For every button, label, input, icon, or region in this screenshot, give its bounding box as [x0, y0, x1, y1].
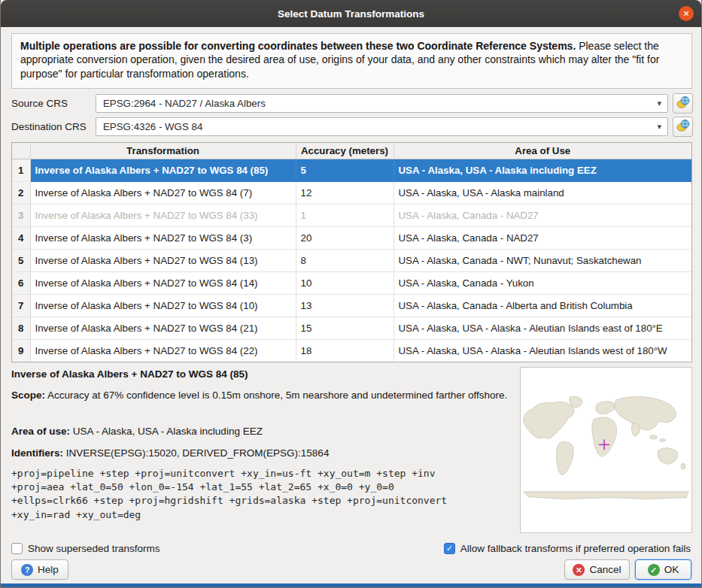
destination-crs-row: Destination CRS EPSG:4326 - WGS 84 ▾ [1, 117, 701, 137]
source-crs-combo[interactable]: EPSG:2964 - NAD27 / Alaska Albers ▾ [96, 94, 668, 113]
proj-pipeline-string: +proj=pipeline +step +proj=unitconvert +… [11, 467, 514, 522]
identifiers-label: Identifiers: [11, 447, 63, 459]
row-number: 3 [12, 204, 30, 226]
allow-fallback-checkbox-row[interactable]: ✓ Allow fallback transforms if preferred… [444, 541, 691, 555]
cell-accuracy: 8 [296, 249, 394, 271]
table-row[interactable]: 1 Inverse of Alaska Albers + NAD27 to WG… [12, 159, 691, 181]
ok-button-label: OK [664, 564, 679, 575]
crs-projection-icon [676, 95, 690, 112]
close-icon: ✕ [682, 9, 689, 19]
cell-transformation: Inverse of Alaska Albers + NAD27 to WGS … [30, 317, 296, 339]
cell-accuracy: 13 [296, 294, 394, 317]
chevron-down-icon: ▾ [657, 95, 661, 112]
destination-crs-label: Destination CRS [11, 117, 87, 137]
cell-accuracy: 18 [296, 339, 394, 362]
cell-area: USA - Alaska, Canada - NAD27 [394, 204, 691, 226]
cell-transformation: Inverse of Alaska Albers + NAD27 to WGS … [30, 159, 296, 181]
identifiers-text: INVERSE(EPSG):15020, DERIVED_FROM(EPSG):… [63, 447, 329, 459]
cancel-button[interactable]: ✕ Cancel [564, 559, 630, 580]
row-number: 1 [12, 159, 30, 181]
cell-area: USA - Alaska, USA - Alaska including EEZ [394, 159, 691, 181]
cell-area: USA - Alaska, USA - Alaska mainland [394, 181, 691, 204]
table-row[interactable]: 7 Inverse of Alaska Albers + NAD27 to WG… [12, 294, 691, 317]
cell-area: USA - Alaska, USA - Alaska - Aleutian Is… [394, 317, 691, 339]
table-row[interactable]: 8 Inverse of Alaska Albers + NAD27 to WG… [12, 317, 691, 339]
cell-area: USA - Alaska, Canada - NWT; Nunavut; Sas… [394, 249, 691, 271]
row-number: 8 [12, 317, 30, 339]
row-number: 2 [12, 181, 30, 204]
allow-fallback-label: Allow fallback transforms if preferred o… [460, 543, 691, 554]
cell-transformation: Inverse of Alaska Albers + NAD27 to WGS … [30, 339, 296, 362]
table-row[interactable]: 4 Inverse of Alaska Albers + NAD27 to WG… [12, 226, 691, 249]
titlebar[interactable]: Select Datum Transformations ✕ [1, 0, 701, 27]
area-of-use-text: USA - Alaska, USA - Alaska including EEZ [70, 426, 263, 437]
destination-crs-combo[interactable]: EPSG:4326 - WGS 84 ▾ [96, 117, 668, 136]
description-box: Multiple operations are possible for con… [11, 33, 692, 89]
check-icon: ✓ [446, 544, 453, 553]
show-superseded-label: Show superseded transforms [28, 543, 160, 554]
table-row[interactable]: 5 Inverse of Alaska Albers + NAD27 to WG… [12, 249, 691, 271]
transform-table-body: 1 Inverse of Alaska Albers + NAD27 to WG… [12, 159, 691, 362]
help-button[interactable]: ? Help [11, 559, 68, 580]
details-area-of-use: Area of use: USA - Alaska, USA - Alaska … [11, 425, 514, 438]
cell-accuracy: 12 [296, 181, 394, 204]
table-row[interactable]: 2 Inverse of Alaska Albers + NAD27 to WG… [12, 181, 691, 204]
row-number: 7 [12, 294, 30, 317]
source-crs-label: Source CRS [11, 94, 68, 114]
header-area-of-use[interactable]: Area of Use [394, 143, 691, 159]
show-superseded-checkbox-row[interactable]: ✓ Show superseded transforms [11, 541, 160, 555]
row-number: 6 [12, 271, 30, 294]
cell-transformation: Inverse of Alaska Albers + NAD27 to WGS … [30, 181, 296, 204]
details-scope: Scope: Accuracy at 67% confidence level … [11, 389, 514, 402]
scope-label: Scope: [11, 389, 45, 401]
ok-button[interactable]: ✓ OK [635, 559, 691, 580]
header-accuracy[interactable]: Accuracy (meters) [296, 143, 394, 159]
cell-area: USA - Alaska, Canada - Yukon [394, 271, 691, 294]
row-number: 9 [12, 339, 30, 362]
cell-accuracy: 20 [296, 226, 394, 249]
crs-projection-icon [676, 119, 690, 135]
allow-fallback-checkbox[interactable]: ✓ [444, 543, 455, 554]
source-crs-value: EPSG:2964 - NAD27 / Alaska Albers [103, 95, 266, 112]
cancel-button-label: Cancel [589, 564, 621, 575]
table-row[interactable]: 3 Inverse of Alaska Albers + NAD27 to WG… [12, 204, 691, 226]
transformations-table: Transformation Accuracy (meters) Area of… [11, 142, 692, 362]
show-superseded-checkbox[interactable]: ✓ [11, 543, 23, 554]
window-bottom-accent [1, 583, 701, 587]
header-corner [12, 143, 30, 159]
world-map [521, 394, 691, 506]
cell-transformation: Inverse of Alaska Albers + NAD27 to WGS … [30, 294, 296, 317]
row-number: 4 [12, 226, 30, 249]
cell-accuracy: 1 [296, 204, 394, 226]
source-crs-picker-button[interactable] [673, 93, 693, 114]
header-transformation[interactable]: Transformation [30, 143, 296, 159]
area-of-use-label: Area of use: [11, 426, 70, 437]
ok-icon: ✓ [648, 564, 660, 576]
cell-transformation: Inverse of Alaska Albers + NAD27 to WGS … [30, 204, 296, 226]
row-number: 5 [12, 249, 30, 271]
table-row[interactable]: 6 Inverse of Alaska Albers + NAD27 to WG… [12, 271, 691, 294]
cell-transformation: Inverse of Alaska Albers + NAD27 to WGS … [30, 271, 296, 294]
scope-text: Accuracy at 67% confidence level is 0.15… [45, 389, 507, 401]
check-icon: ✓ [14, 544, 20, 553]
cell-area: USA - Alaska, USA - Alaska - Aleutian Is… [394, 339, 691, 362]
chevron-down-icon: ▾ [657, 118, 661, 135]
source-crs-row: Source CRS EPSG:2964 - NAD27 / Alaska Al… [1, 94, 701, 114]
destination-crs-picker-button[interactable] [673, 117, 693, 137]
cell-area: USA - Alaska, Canada - NAD27 [394, 226, 691, 249]
cell-transformation: Inverse of Alaska Albers + NAD27 to WGS … [30, 249, 296, 271]
cell-accuracy: 5 [296, 159, 394, 181]
area-of-use-map [520, 367, 692, 533]
destination-crs-value: EPSG:4326 - WGS 84 [103, 118, 202, 135]
table-header-row: Transformation Accuracy (meters) Area of… [12, 143, 691, 159]
cell-area: USA - Alaska, Canada - Alberta and Briti… [394, 294, 691, 317]
cancel-icon: ✕ [573, 564, 585, 576]
cell-accuracy: 15 [296, 317, 394, 339]
select-datum-transformations-dialog: Select Datum Transformations ✕ Multiple … [0, 0, 702, 588]
close-button[interactable]: ✕ [679, 6, 694, 21]
details-title: Inverse of Alaska Albers + NAD27 to WGS … [11, 368, 514, 381]
dialog-title: Select Datum Transformations [278, 8, 424, 20]
details-identifiers: Identifiers: INVERSE(EPSG):15020, DERIVE… [11, 447, 514, 460]
table-row[interactable]: 9 Inverse of Alaska Albers + NAD27 to WG… [12, 339, 691, 362]
help-icon: ? [21, 564, 33, 576]
